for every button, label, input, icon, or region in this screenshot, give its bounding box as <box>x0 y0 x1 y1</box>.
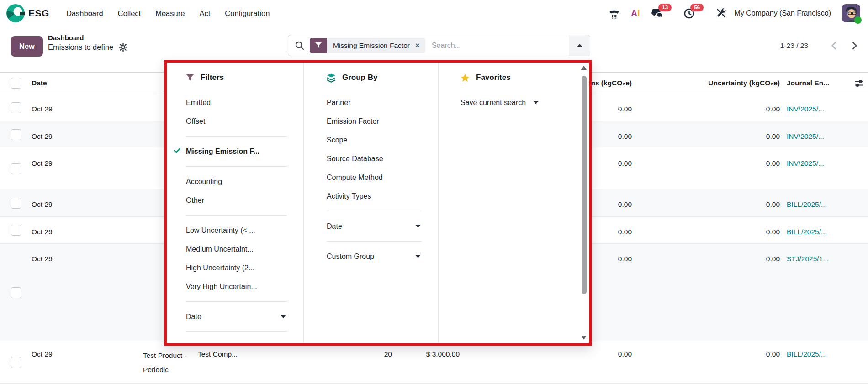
cell-date: Oct 29 <box>27 121 142 148</box>
group-by-scope[interactable]: Scope <box>327 131 438 149</box>
main-menu: Dashboard Collect Measure Act Configurat… <box>66 0 270 26</box>
cell-emissions: 0.00 <box>461 342 633 383</box>
filter-medium-uncertainty[interactable]: Medium Uncertaint... <box>186 240 303 258</box>
new-button[interactable]: New <box>11 36 43 57</box>
breadcrumb-dashboard-link[interactable]: Dashboard <box>48 34 127 42</box>
filter-high-uncertainty[interactable]: High Uncertainty (2... <box>186 258 303 277</box>
filters-funnel-icon <box>186 74 194 81</box>
group-by-emission-factor[interactable]: Emission Factor <box>327 112 438 131</box>
activities-clock-icon[interactable]: 56 <box>683 8 695 19</box>
pager-range: 1-23 / 23 <box>780 42 808 50</box>
search-placeholder[interactable]: Search... <box>432 42 569 50</box>
cell-uncertainty: 0.00 <box>633 189 780 216</box>
save-current-search[interactable]: Save current search <box>460 93 589 112</box>
group-by-date-expander[interactable]: Date <box>327 217 438 236</box>
favorites-title: Favorites <box>476 73 511 82</box>
user-avatar[interactable] <box>842 4 860 22</box>
ai-icon[interactable]: AI <box>631 8 640 18</box>
top-nav: ESG Dashboard Collect Measure Act Config… <box>0 0 868 26</box>
menu-collect[interactable]: Collect <box>118 9 141 18</box>
company-switcher[interactable]: My Company (San Francisco) <box>734 9 831 17</box>
separator <box>186 166 287 167</box>
column-header-journal-label: Journal En... <box>787 79 829 87</box>
chevron-up-icon <box>577 44 583 47</box>
separator <box>186 331 287 332</box>
filters-title: Filters <box>201 73 224 82</box>
filter-date-label: Date <box>186 313 201 321</box>
journal-entry-link[interactable]: BILL/2025/... <box>787 350 827 358</box>
menu-dashboard[interactable]: Dashboard <box>66 9 103 18</box>
tools-icon[interactable] <box>716 8 727 19</box>
esg-app-screen: ESG Dashboard Collect Measure Act Config… <box>0 0 868 389</box>
select-all-checkbox[interactable] <box>11 78 21 89</box>
column-options-icon[interactable] <box>855 79 863 89</box>
row-checkbox[interactable] <box>11 163 21 174</box>
phone-icon[interactable] <box>609 8 620 19</box>
cell-uncertainty: 0.00 <box>633 148 780 189</box>
messages-icon[interactable]: 13 <box>651 8 663 19</box>
table-row[interactable]: Oct 29 Test Product - Periodic Test Comp… <box>0 342 868 384</box>
filter-offset[interactable]: Offset <box>186 112 303 131</box>
facet-remove-icon[interactable]: × <box>413 38 425 53</box>
nav-systray: AI 13 56 <box>609 0 860 26</box>
journal-entry-link[interactable]: INV/2025/... <box>787 132 824 140</box>
separator <box>186 301 287 302</box>
column-header-journal[interactable]: Journal En... <box>780 73 868 94</box>
row-checkbox[interactable] <box>11 287 21 298</box>
cell-date: Oct 29 <box>27 189 142 216</box>
group-by-date-label: Date <box>327 222 342 231</box>
row-checkbox[interactable] <box>11 225 21 236</box>
search-bar[interactable]: Missing Emission Factor × Search... <box>288 35 590 56</box>
breadcrumb: Dashboard Emissions to define <box>48 34 127 52</box>
journal-entry-link[interactable]: BILL/2025/... <box>787 200 827 208</box>
search-facet-missing-emission-factor: Missing Emission Factor × <box>310 38 425 53</box>
filter-accounting[interactable]: Accounting <box>186 172 303 191</box>
pager-previous-button[interactable] <box>828 40 840 52</box>
filter-other[interactable]: Other <box>186 191 303 210</box>
cell-quantity: 20 <box>256 342 393 383</box>
filter-missing-emission-factor[interactable]: Missing Emission F... <box>186 142 303 161</box>
filters-section: Filters Emitted Offset Missing Emission … <box>167 63 304 343</box>
group-by-compute-method[interactable]: Compute Method <box>327 168 438 187</box>
row-checkbox[interactable] <box>11 357 21 368</box>
esg-logo-icon[interactable] <box>6 4 25 22</box>
column-header-date[interactable]: Date <box>27 73 142 94</box>
journal-entry-link[interactable]: STJ/2025/1... <box>787 255 829 263</box>
group-by-partner[interactable]: Partner <box>327 93 438 112</box>
ai-letter-i: I <box>637 8 640 18</box>
caret-down-icon <box>533 101 539 104</box>
row-checkbox[interactable] <box>11 198 21 209</box>
row-checkbox[interactable] <box>11 129 21 140</box>
search-options-toggle[interactable] <box>569 35 590 56</box>
online-status-dot <box>854 16 862 24</box>
scrollbar-thumb[interactable] <box>582 76 587 294</box>
cell-unit-price: $ 3,000.00 <box>393 342 461 383</box>
scroll-up-arrow-icon[interactable] <box>581 66 587 70</box>
group-by-activity-types[interactable]: Activity Types <box>327 187 438 205</box>
search-icon <box>295 41 304 50</box>
select-all-checkbox-cell <box>0 73 27 94</box>
menu-configuration[interactable]: Configuration <box>225 9 270 18</box>
menu-measure[interactable]: Measure <box>155 9 185 18</box>
group-by-source-database[interactable]: Source Database <box>327 149 438 168</box>
ai-letter-a: A <box>631 8 637 18</box>
filter-emitted[interactable]: Emitted <box>186 93 303 112</box>
scroll-down-arrow-icon[interactable] <box>581 336 587 340</box>
menu-act[interactable]: Act <box>199 9 210 18</box>
pager-next-button[interactable] <box>848 40 860 52</box>
dropdown-scrollbar[interactable] <box>581 64 587 342</box>
custom-group-expander[interactable]: Custom Group <box>327 247 438 266</box>
save-current-search-label: Save current search <box>460 99 526 107</box>
activities-badge: 56 <box>690 4 704 11</box>
journal-entry-link[interactable]: INV/2025/... <box>787 105 824 113</box>
view-settings-gear-icon[interactable] <box>119 43 127 52</box>
row-checkbox[interactable] <box>11 102 21 113</box>
separator <box>186 215 287 216</box>
filter-very-high-uncertainty[interactable]: Very High Uncertain... <box>186 277 303 296</box>
journal-entry-link[interactable]: BILL/2025/... <box>787 228 827 236</box>
filter-date-expander[interactable]: Date <box>186 307 303 326</box>
column-header-uncertainty[interactable]: Uncertainty (kgCO₂e) <box>633 73 780 94</box>
caret-down-icon <box>415 255 421 258</box>
filter-low-uncertainty[interactable]: Low Uncertainty (< ... <box>186 221 303 240</box>
journal-entry-link[interactable]: INV/2025/... <box>787 159 824 167</box>
